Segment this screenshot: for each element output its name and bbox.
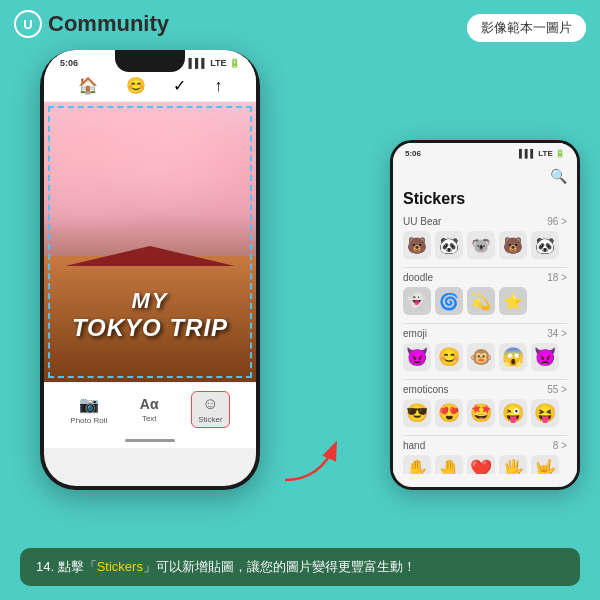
sticker-section-header-uubear: UU Bear 96 > <box>403 216 567 227</box>
photo-roll-icon: 📷 <box>79 395 99 414</box>
sticker-row-emoticons: 😎 😍 🤩 😜 😝 <box>403 399 567 427</box>
sticker-item[interactable]: 🖐️ <box>499 455 527 474</box>
sticker-item[interactable]: 🤟 <box>531 455 559 474</box>
sticker-section-doodle: doodle 18 > 👻 🌀 💫 ⭐ <box>403 272 567 315</box>
sticker-phone-signal: ▌▌▌ LTE 🔋 <box>519 149 565 158</box>
check-icon[interactable]: ✓ <box>173 76 186 95</box>
sticker-item[interactable]: ✋ <box>403 455 431 474</box>
bottom-instruction: 14. 點擊「Stickers」可以新增貼圖，讓您的圖片變得更豐富生動！ <box>20 548 580 586</box>
sticker-section-header-hand: hand 8 > <box>403 440 567 451</box>
section-name-doodle: doodle <box>403 272 433 283</box>
home-icon[interactable]: 🏠 <box>78 76 98 95</box>
sticker-item[interactable]: 🐼 <box>531 231 559 259</box>
sticker-icon: ☺ <box>202 395 218 413</box>
section-count-doodle: 18 > <box>547 272 567 283</box>
sticker-item[interactable]: 🐻 <box>403 231 431 259</box>
section-name-uubear: UU Bear <box>403 216 441 227</box>
sticker-row-hand: ✋ 🤚 ❤️ 🖐️ 🤟 <box>403 455 567 474</box>
divider <box>403 267 567 268</box>
photo-background: MY TOKYO TRIP <box>44 102 256 382</box>
toolbar-text[interactable]: Aα Text <box>140 396 159 423</box>
sticker-section-header-emoji: emoji 34 > <box>403 328 567 339</box>
sticker-section-header-emoticons: emoticons 55 > <box>403 384 567 395</box>
sticker-item[interactable]: 😎 <box>403 399 431 427</box>
sticker-item[interactable]: 👻 <box>403 287 431 315</box>
sticker-item[interactable]: 🐻 <box>499 231 527 259</box>
section-count-emoticons: 55 > <box>547 384 567 395</box>
signal-display: ▌▌▌ LTE 🔋 <box>189 58 240 68</box>
sticker-row-doodle: 👻 🌀 💫 ⭐ <box>403 287 567 315</box>
sticker-item[interactable]: 💫 <box>467 287 495 315</box>
sticker-item[interactable]: 😱 <box>499 343 527 371</box>
sticker-phone-time: 5:06 <box>405 149 421 158</box>
sticker-item[interactable]: 😝 <box>531 399 559 427</box>
section-name-emoji: emoji <box>403 328 427 339</box>
sticker-item[interactable]: ⭐ <box>499 287 527 315</box>
instruction-text: 14. 點擊「Stickers」可以新增貼圖，讓您的圖片變得更豐富生動！ <box>36 558 416 576</box>
phone-nav: 🏠 😊 ✓ ↑ <box>44 70 256 102</box>
cherry-blossom-layer <box>44 102 256 270</box>
phone-notch <box>115 50 185 72</box>
section-count-emoji: 34 > <box>547 328 567 339</box>
sticker-item[interactable]: 🤚 <box>435 455 463 474</box>
label-badge: 影像範本一圖片 <box>467 14 586 42</box>
photo-roll-label: Photo Roll <box>70 416 107 425</box>
share-icon[interactable]: ↑ <box>214 77 222 95</box>
photo-text-overlay: MY TOKYO TRIP <box>44 288 256 342</box>
bottom-toolbar: 📷 Photo Roll Aα Text ☺ Sticker <box>44 382 256 432</box>
smiley-icon[interactable]: 😊 <box>126 76 146 95</box>
sticker-section-uubear: UU Bear 96 > 🐻 🐼 🐨 🐻 🐼 <box>403 216 567 259</box>
sticker-panel-title: Stickers <box>403 190 567 208</box>
sticker-label: Sticker <box>198 415 222 424</box>
photo-content: MY TOKYO TRIP <box>44 102 256 382</box>
sticker-item[interactable]: ❤️ <box>467 455 495 474</box>
section-count-uubear: 96 > <box>547 216 567 227</box>
search-icon[interactable]: 🔍 <box>550 168 567 184</box>
divider <box>403 379 567 380</box>
sticker-section-header-doodle: doodle 18 > <box>403 272 567 283</box>
sticker-item[interactable]: 👿 <box>531 343 559 371</box>
text-icon: Aα <box>140 396 159 412</box>
sticker-item[interactable]: 😍 <box>435 399 463 427</box>
section-name-emoticons: emoticons <box>403 384 449 395</box>
phone-screen: 5:06 ▌▌▌ LTE 🔋 🏠 😊 ✓ ↑ MY TOKYO TRIP <box>44 50 256 486</box>
sticker-section-emoji: emoji 34 > 😈 😊 🐵 😱 👿 <box>403 328 567 371</box>
main-phone: 5:06 ▌▌▌ LTE 🔋 🏠 😊 ✓ ↑ MY TOKYO TRIP <box>40 50 260 490</box>
sticker-item[interactable]: 😊 <box>435 343 463 371</box>
divider <box>403 435 567 436</box>
section-name-hand: hand <box>403 440 425 451</box>
sticker-phone-status: 5:06 ▌▌▌ LTE 🔋 <box>393 143 577 160</box>
toolbar-photo-roll[interactable]: 📷 Photo Roll <box>70 395 107 425</box>
sticker-item[interactable]: 🤩 <box>467 399 495 427</box>
photo-title-line1: MY <box>44 288 256 314</box>
logo-icon: U <box>14 10 42 38</box>
sticker-phone: 5:06 ▌▌▌ LTE 🔋 🔍 Stickers UU Bear 96 > 🐻… <box>390 140 580 490</box>
sticker-section-emoticons: emoticons 55 > 😎 😍 🤩 😜 😝 <box>403 384 567 427</box>
arrow-indicator <box>270 430 350 494</box>
section-count-hand: 8 > <box>553 440 567 451</box>
photo-title-line2: TOKYO TRIP <box>44 314 256 342</box>
sticker-item[interactable]: 🌀 <box>435 287 463 315</box>
sticker-row-uubear: 🐻 🐼 🐨 🐻 🐼 <box>403 231 567 259</box>
sticker-item[interactable]: 🐵 <box>467 343 495 371</box>
arrow-svg <box>270 430 350 490</box>
app-title: Community <box>48 11 169 37</box>
home-indicator <box>44 432 256 448</box>
sticker-item[interactable]: 🐼 <box>435 231 463 259</box>
time-display: 5:06 <box>60 58 78 68</box>
sticker-item[interactable]: 😈 <box>403 343 431 371</box>
home-bar <box>125 439 175 442</box>
toolbar-sticker[interactable]: ☺ Sticker <box>191 391 229 428</box>
sticker-item[interactable]: 😜 <box>499 399 527 427</box>
header: U Community <box>0 0 183 48</box>
sticker-panel-content: 🔍 Stickers UU Bear 96 > 🐻 🐼 🐨 🐻 🐼 doodle… <box>393 160 577 474</box>
sticker-section-hand: hand 8 > ✋ 🤚 ❤️ 🖐️ 🤟 <box>403 440 567 474</box>
sticker-row-emoji: 😈 😊 🐵 😱 👿 <box>403 343 567 371</box>
text-label: Text <box>142 414 157 423</box>
divider <box>403 323 567 324</box>
sticker-item[interactable]: 🐨 <box>467 231 495 259</box>
instruction-highlight: Stickers <box>97 559 143 574</box>
